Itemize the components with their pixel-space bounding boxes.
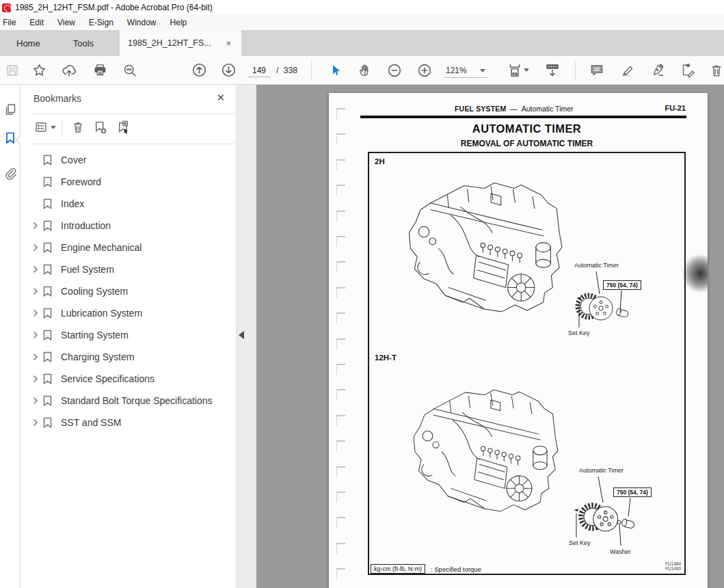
- bookmark-icon: [42, 351, 55, 363]
- callout-automatic-timer-12ht: Automatic Timer: [579, 467, 624, 474]
- search-more-button[interactable]: [121, 62, 139, 79]
- menu-file[interactable]: File: [0, 15, 23, 30]
- bookmark-item[interactable]: Engine Mechanical: [21, 237, 236, 258]
- previous-page-button[interactable]: [190, 62, 208, 79]
- collapse-panel-icon[interactable]: [239, 331, 244, 339]
- bookmark-item[interactable]: Fuel System: [21, 258, 236, 280]
- binder-hole-mark: [336, 517, 345, 528]
- chevron-right-icon[interactable]: [30, 373, 41, 384]
- zoom-level-dropdown[interactable]: 121%: [444, 64, 487, 78]
- fit-width-button[interactable]: [506, 62, 524, 79]
- next-page-button[interactable]: [219, 62, 237, 79]
- trash-button[interactable]: [708, 62, 724, 79]
- tab-document-active[interactable]: 1985_2H_12HT_FS... ×: [120, 30, 241, 56]
- highlight-button[interactable]: [618, 62, 636, 79]
- menu-bar: File Edit View E-Sign Window Help: [0, 15, 724, 30]
- torque-unit-note: kg-cm (ft-lb, N·m): [371, 564, 425, 574]
- zoom-out-button[interactable]: [386, 62, 403, 79]
- toolbar-divider: [575, 61, 576, 80]
- chevron-right-icon[interactable]: [30, 417, 41, 428]
- zoom-in-button[interactable]: [416, 62, 433, 79]
- chevron-right-icon[interactable]: [30, 220, 41, 231]
- chevron-right-icon[interactable]: [30, 330, 41, 340]
- bookmark-label: Charging System: [61, 351, 134, 362]
- document-pane[interactable]: FUEL SYSTEM — Automatic Timer FU-21 AUTO…: [256, 85, 724, 588]
- edit-pdf-button[interactable]: [678, 62, 696, 79]
- callout-washer-12ht: Washer: [610, 548, 631, 555]
- engine-illustration-12ht: [390, 373, 598, 543]
- menu-help[interactable]: Help: [163, 15, 194, 30]
- tab-home[interactable]: Home: [0, 30, 57, 56]
- bookmark-item[interactable]: Lubrication System: [21, 302, 236, 324]
- bookmark-label: Engine Mechanical: [61, 242, 142, 253]
- binder-hole-mark: [336, 261, 345, 272]
- menu-edit[interactable]: Edit: [23, 15, 51, 30]
- menu-window[interactable]: Window: [120, 15, 163, 30]
- menu-esign[interactable]: E-Sign: [82, 15, 120, 30]
- sign-pen-button[interactable]: [648, 62, 666, 79]
- bookmark-options-button[interactable]: [33, 119, 49, 135]
- tab-document-label: 1985_2H_12HT_FS...: [128, 38, 211, 48]
- bookmark-item[interactable]: Starting System: [21, 324, 236, 346]
- save-button[interactable]: [3, 62, 21, 79]
- select-tool-button[interactable]: [326, 62, 344, 79]
- bookmark-icon: [42, 198, 55, 210]
- callout-set-key-12ht: Set Key: [569, 539, 591, 546]
- fit-width-caret-icon[interactable]: [524, 68, 529, 72]
- bookmark-target-button[interactable]: [115, 119, 131, 135]
- bookmarks-list: CoverForewordIndexIntroductionEngine Mec…: [21, 149, 236, 433]
- bookmark-item[interactable]: Standard Bolt Torque Specifications: [21, 390, 236, 412]
- bookmark-item[interactable]: Introduction: [21, 215, 236, 237]
- chevron-right-icon[interactable]: [30, 351, 41, 362]
- running-header-text: FUEL SYSTEM — Automatic Timer: [455, 105, 574, 113]
- acrobat-logo-icon: [2, 3, 11, 12]
- delete-bookmark-button[interactable]: [70, 119, 86, 135]
- header-rule: [360, 116, 686, 118]
- scrolling-mode-button[interactable]: [544, 62, 561, 79]
- tab-tools[interactable]: Tools: [57, 30, 110, 56]
- bookmark-item[interactable]: Cooling System: [21, 280, 236, 302]
- binder-hole-mark: [336, 133, 345, 144]
- panel-splitter[interactable]: [236, 85, 256, 588]
- chevron-spacer: [30, 176, 41, 187]
- tab-close-icon[interactable]: ×: [224, 38, 233, 49]
- bookmark-label: Starting System: [61, 330, 129, 340]
- bookmark-icon: [42, 220, 55, 232]
- bookmark-label: Cooling System: [61, 286, 128, 297]
- attachments-panel-button[interactable]: [2, 165, 18, 182]
- comment-button[interactable]: [588, 62, 606, 79]
- bookmark-item[interactable]: SST and SSM: [21, 412, 236, 433]
- chevron-right-icon[interactable]: [30, 395, 41, 406]
- bookmark-item[interactable]: Index: [21, 193, 236, 215]
- binder-hole-mark: [336, 108, 345, 119]
- print-button[interactable]: [91, 62, 109, 79]
- bookmark-label: Fuel System: [61, 264, 114, 275]
- bookmark-item[interactable]: Service Specifications: [21, 368, 236, 390]
- share-cloud-button[interactable]: [60, 62, 78, 79]
- bookmark-item[interactable]: Cover: [21, 149, 236, 171]
- bookmark-label: SST and SSM: [61, 417, 121, 428]
- chevron-right-icon[interactable]: [30, 286, 41, 297]
- page-code: FU-21: [665, 104, 686, 112]
- bookmark-icon: [42, 395, 55, 407]
- star-favorites-button[interactable]: [30, 62, 48, 79]
- bookmark-icon: [42, 330, 55, 341]
- bookmark-options-caret-icon[interactable]: [51, 126, 56, 129]
- hand-tool-button[interactable]: [356, 62, 373, 79]
- page-thumbnails-panel-button[interactable]: [2, 101, 18, 118]
- close-panel-icon[interactable]: ✕: [216, 92, 225, 104]
- add-bookmark-button[interactable]: [92, 119, 108, 135]
- bookmark-item[interactable]: Charging System: [21, 346, 236, 368]
- toolbar-divider: [311, 61, 312, 80]
- chevron-right-icon[interactable]: [30, 242, 41, 253]
- binder-hole-mark: [336, 568, 345, 579]
- chevron-right-icon[interactable]: [30, 308, 41, 319]
- chevron-spacer: [30, 198, 41, 209]
- main-area: Bookmarks ✕ CoverForewordIndexIntroducti…: [0, 85, 724, 588]
- bookmarks-panel-button[interactable]: [2, 130, 18, 146]
- page-number-input[interactable]: [247, 64, 271, 77]
- chevron-right-icon[interactable]: [30, 264, 41, 275]
- menu-view[interactable]: View: [51, 15, 82, 30]
- scan-smudge: [682, 254, 708, 293]
- bookmark-item[interactable]: Foreword: [21, 171, 236, 193]
